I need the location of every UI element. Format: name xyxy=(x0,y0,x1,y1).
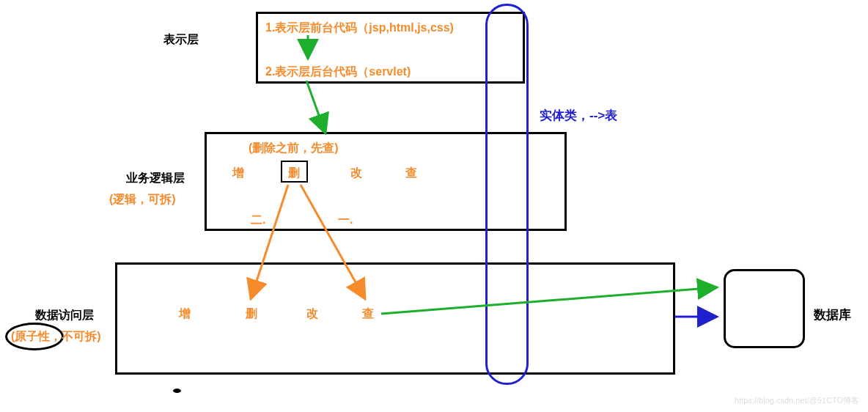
business-op-read: 查 xyxy=(405,166,417,181)
business-step1: 二. xyxy=(251,213,265,228)
data-access-layer-box xyxy=(115,262,675,375)
data-op-update: 改 xyxy=(306,306,318,322)
presentation-line1: 1.表示层前台代码（jsp,html,js,css) xyxy=(265,21,454,36)
entity-label: 实体类，-->表 xyxy=(540,107,617,124)
arrow-presentation-to-business xyxy=(306,81,326,133)
entity-oval xyxy=(485,4,529,385)
presentation-line2: 2.表示层后台代码（servlet) xyxy=(265,65,411,80)
dot-icon xyxy=(173,389,181,393)
data-access-subtitle: (原子性，不可拆) xyxy=(11,329,101,345)
database-box xyxy=(724,269,805,348)
data-op-delete: 删 xyxy=(246,306,257,322)
data-op-create: 增 xyxy=(179,306,191,322)
business-op-delete: 删 xyxy=(288,166,300,181)
business-layer-subtitle: (逻辑，可拆) xyxy=(109,192,176,207)
business-step2: 一. xyxy=(338,213,353,228)
database-label: 数据库 xyxy=(814,306,851,323)
presentation-layer-title: 表示层 xyxy=(163,32,199,48)
business-note: (删除之前，先查) xyxy=(249,141,339,156)
data-op-read: 查 xyxy=(362,306,374,322)
business-layer-title: 业务逻辑层 xyxy=(126,171,185,186)
business-op-create: 增 xyxy=(232,166,244,181)
watermark-text: https://blog.csdn.net/@51CTO博客 xyxy=(735,395,859,406)
data-access-layer-title: 数据访问层 xyxy=(35,308,94,323)
business-op-update: 改 xyxy=(350,166,362,181)
